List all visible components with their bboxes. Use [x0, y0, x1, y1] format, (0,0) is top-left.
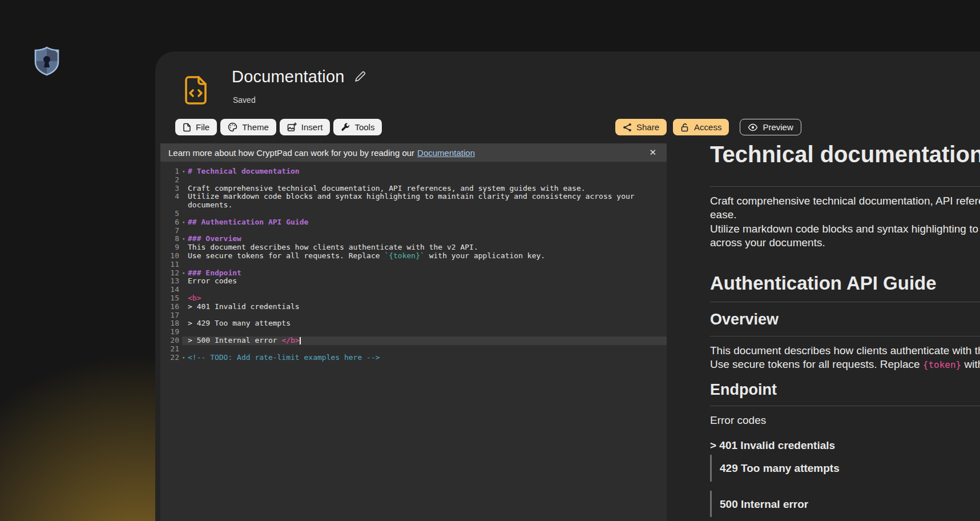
unlock-icon [680, 123, 689, 132]
editor-line[interactable]: 20> 500 Internal error </b> [160, 336, 667, 345]
insert-button[interactable]: Insert [280, 119, 330, 135]
line-content: This document describes how clients auth… [182, 243, 667, 252]
app-window: Documentation Saved File Theme [155, 51, 980, 521]
editor-lines: 1▾# Technical documentation23Craft compr… [160, 167, 667, 362]
markdown-preview-pane: Technical documentationCraft comprehensi… [710, 142, 980, 517]
editor-line[interactable]: 22▾<!-- TODO: Add rate-limit examples he… [160, 354, 667, 362]
line-number: 4 [160, 193, 182, 210]
line-number: 18 [160, 319, 182, 328]
edit-pencil-icon[interactable] [354, 71, 366, 83]
text-cursor [300, 337, 301, 344]
preview-paragraph: > 401 Invalid credentials [710, 439, 980, 453]
line-content [182, 227, 667, 235]
editor-line[interactable]: 19 [160, 328, 667, 336]
editor-line[interactable]: 10Use secure tokens for all requests. Re… [160, 252, 667, 260]
preview-blockquote: 429 Too many attempts [710, 455, 980, 482]
line-content [182, 345, 667, 354]
share-nodes-icon [623, 123, 632, 132]
line-number: 19 [160, 328, 182, 336]
editor-line[interactable]: 1▾# Technical documentation [160, 167, 667, 176]
line-number: 12 [160, 269, 182, 278]
theme-button[interactable]: Theme [220, 119, 276, 135]
fold-arrow-icon[interactable]: ▾ [182, 168, 188, 175]
editor-line[interactable]: 11 [160, 260, 667, 269]
editor-line[interactable]: 5 [160, 210, 667, 218]
line-number: 22 [160, 354, 182, 362]
editor-line[interactable]: 7 [160, 227, 667, 235]
line-content: <b> [182, 294, 667, 303]
preview-blockquote: 500 Internal error [710, 491, 980, 518]
editor-line[interactable]: 2 [160, 176, 667, 185]
line-number: 6 [160, 218, 182, 227]
document-title-row: Documentation [232, 67, 366, 86]
line-number: 15 [160, 294, 182, 303]
palette-icon [228, 122, 237, 132]
line-content: ▾## Authentication API Guide [182, 218, 667, 227]
line-number: 2 [160, 176, 182, 185]
editor-line[interactable]: 8▾### Overview [160, 235, 667, 243]
editor-line[interactable]: 21 [160, 345, 667, 354]
line-content [182, 311, 667, 320]
preview-button[interactable]: Preview [740, 119, 801, 135]
line-number: 3 [160, 185, 182, 193]
editor-line[interactable]: 14 [160, 286, 667, 294]
line-number: 9 [160, 243, 182, 252]
save-status: Saved [233, 95, 256, 105]
editor-line[interactable]: 6▾## Authentication API Guide [160, 218, 667, 227]
line-content: Use secure tokens for all requests. Repl… [182, 252, 667, 260]
editor-line[interactable]: 16> 401 Invalid credentials [160, 303, 667, 311]
file-button[interactable]: File [175, 119, 217, 135]
line-number: 8 [160, 235, 182, 243]
preview-heading: Endpoint [710, 382, 980, 407]
line-content: ▾### Overview [182, 235, 667, 243]
code-document-icon [184, 75, 208, 105]
line-content: Craft comprehensive technical documentat… [182, 185, 667, 193]
preview-paragraph: Error codes [710, 414, 980, 428]
line-content [182, 210, 667, 218]
editor-line[interactable]: 4Utilize markdown code blocks and syntax… [160, 193, 667, 210]
code-editor[interactable]: 1▾# Technical documentation23Craft compr… [160, 162, 667, 521]
preview-heading: Technical documentation [710, 142, 980, 187]
tools-button[interactable]: Tools [333, 119, 382, 135]
preview-heading: Overview [710, 311, 980, 336]
line-content: ▾### Endpoint [182, 269, 667, 278]
fold-arrow-icon[interactable]: ▾ [182, 235, 188, 243]
editor-line[interactable]: 15<b> [160, 294, 667, 303]
toolbar-right: Share Access Preview [615, 119, 801, 135]
access-button[interactable]: Access [673, 119, 729, 135]
close-icon[interactable]: ✕ [647, 147, 659, 158]
wrench-icon [341, 123, 350, 132]
line-number: 7 [160, 227, 182, 235]
line-number: 17 [160, 311, 182, 320]
line-number: 13 [160, 277, 182, 286]
fold-arrow-icon[interactable]: ▾ [182, 354, 188, 362]
editor-line[interactable]: 12▾### Endpoint [160, 269, 667, 278]
toolbar-left: File Theme Insert Tools [175, 119, 382, 135]
info-banner: Learn more about how CryptPad can work f… [160, 143, 667, 162]
cryptpad-shield-icon[interactable] [33, 46, 61, 77]
editor-line[interactable]: 13Error codes [160, 277, 667, 286]
line-content: > 429 Too many attempts [182, 319, 667, 328]
documentation-link[interactable]: Documentation [417, 148, 475, 158]
line-number: 1 [160, 167, 182, 176]
editor-line[interactable]: 17 [160, 311, 667, 320]
banner-text: Learn more about how CryptPad can work f… [168, 148, 414, 158]
line-number: 21 [160, 345, 182, 354]
line-content: Error codes [182, 277, 667, 286]
page-title: Documentation [232, 67, 345, 86]
editor-line[interactable]: 18> 429 Too many attempts [160, 319, 667, 328]
eye-icon [748, 123, 758, 132]
line-number: 16 [160, 303, 182, 311]
editor-line[interactable]: 9This document describes how clients aut… [160, 243, 667, 252]
line-number: 5 [160, 210, 182, 218]
line-content [182, 176, 667, 185]
insert-image-icon [287, 122, 297, 132]
editor-line[interactable]: 3Craft comprehensive technical documenta… [160, 185, 667, 193]
line-number: 10 [160, 252, 182, 260]
file-icon [183, 123, 191, 132]
line-content: Utilize markdown code blocks and syntax … [182, 193, 667, 210]
fold-arrow-icon[interactable]: ▾ [182, 270, 188, 277]
fold-arrow-icon[interactable]: ▾ [182, 219, 188, 226]
line-content: ▾<!-- TODO: Add rate-limit examples here… [182, 354, 667, 362]
share-button[interactable]: Share [615, 119, 667, 135]
